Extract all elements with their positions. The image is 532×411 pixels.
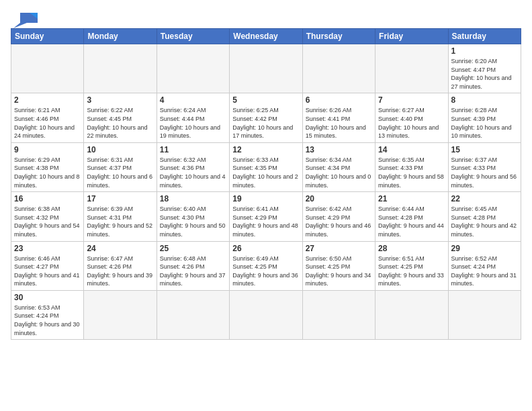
day-info: Sunrise: 6:45 AM Sunset: 4:28 PM Dayligh…: [451, 205, 518, 238]
day-info: Sunrise: 6:48 AM Sunset: 4:26 PM Dayligh…: [160, 255, 226, 288]
day-number: 1: [451, 46, 518, 56]
calendar-cell: [448, 290, 521, 339]
day-number: 9: [14, 145, 81, 154]
calendar-cell: 11Sunrise: 6:32 AM Sunset: 4:36 PM Dayli…: [157, 142, 229, 191]
calendar-cell: [11, 44, 84, 93]
calendar-header-row: SundayMondayTuesdayWednesdayThursdayFrid…: [11, 29, 521, 44]
calendar-header-saturday: Saturday: [448, 29, 521, 44]
calendar-header-monday: Monday: [84, 29, 157, 44]
day-number: 13: [306, 145, 372, 154]
day-info: Sunrise: 6:42 AM Sunset: 4:29 PM Dayligh…: [306, 205, 372, 238]
day-info: Sunrise: 6:52 AM Sunset: 4:24 PM Dayligh…: [451, 255, 518, 288]
calendar-cell: 18Sunrise: 6:40 AM Sunset: 4:30 PM Dayli…: [157, 192, 229, 241]
day-number: 15: [451, 145, 518, 154]
calendar-cell: [230, 44, 302, 93]
day-info: Sunrise: 6:27 AM Sunset: 4:40 PM Dayligh…: [378, 106, 445, 140]
calendar-cell: 21Sunrise: 6:44 AM Sunset: 4:28 PM Dayli…: [375, 192, 448, 241]
calendar-cell: [302, 290, 375, 339]
calendar-cell: 17Sunrise: 6:39 AM Sunset: 4:31 PM Dayli…: [84, 192, 157, 241]
logo: [11, 9, 38, 24]
calendar-cell: [230, 290, 302, 339]
day-info: Sunrise: 6:37 AM Sunset: 4:33 PM Dayligh…: [451, 156, 518, 189]
day-number: 24: [87, 244, 153, 253]
day-info: Sunrise: 6:31 AM Sunset: 4:37 PM Dayligh…: [87, 156, 153, 189]
calendar-cell: [157, 44, 229, 93]
day-number: 20: [306, 194, 372, 203]
calendar-cell: 13Sunrise: 6:34 AM Sunset: 4:34 PM Dayli…: [302, 142, 375, 191]
day-info: Sunrise: 6:22 AM Sunset: 4:45 PM Dayligh…: [87, 106, 153, 140]
calendar-header-friday: Friday: [375, 29, 448, 44]
calendar-cell: 6Sunrise: 6:26 AM Sunset: 4:41 PM Daylig…: [302, 93, 375, 142]
calendar-cell: [157, 290, 229, 339]
day-info: Sunrise: 6:38 AM Sunset: 4:32 PM Dayligh…: [14, 205, 81, 238]
calendar-cell: 19Sunrise: 6:41 AM Sunset: 4:29 PM Dayli…: [230, 192, 302, 241]
calendar-cell: 15Sunrise: 6:37 AM Sunset: 4:33 PM Dayli…: [448, 142, 521, 191]
calendar-cell: 25Sunrise: 6:48 AM Sunset: 4:26 PM Dayli…: [157, 241, 229, 290]
day-info: Sunrise: 6:26 AM Sunset: 4:41 PM Dayligh…: [306, 106, 372, 140]
day-info: Sunrise: 6:46 AM Sunset: 4:27 PM Dayligh…: [14, 255, 81, 288]
day-number: 19: [232, 194, 299, 203]
day-number: 22: [451, 194, 518, 203]
calendar-cell: [84, 290, 157, 339]
calendar-cell: 7Sunrise: 6:27 AM Sunset: 4:40 PM Daylig…: [375, 93, 448, 142]
calendar: SundayMondayTuesdayWednesdayThursdayFrid…: [11, 28, 521, 340]
calendar-week-4: 23Sunrise: 6:46 AM Sunset: 4:27 PM Dayli…: [11, 241, 521, 290]
day-info: Sunrise: 6:25 AM Sunset: 4:42 PM Dayligh…: [232, 106, 299, 140]
day-number: 5: [232, 95, 299, 105]
day-number: 28: [378, 244, 445, 253]
calendar-cell: 27Sunrise: 6:50 AM Sunset: 4:25 PM Dayli…: [302, 241, 375, 290]
calendar-cell: 30Sunrise: 6:53 AM Sunset: 4:24 PM Dayli…: [11, 290, 84, 339]
day-info: Sunrise: 6:24 AM Sunset: 4:44 PM Dayligh…: [160, 106, 226, 140]
calendar-cell: 1Sunrise: 6:20 AM Sunset: 4:47 PM Daylig…: [448, 44, 521, 93]
day-info: Sunrise: 6:34 AM Sunset: 4:34 PM Dayligh…: [306, 156, 372, 189]
day-number: 11: [160, 145, 226, 154]
calendar-cell: 10Sunrise: 6:31 AM Sunset: 4:37 PM Dayli…: [84, 142, 157, 191]
calendar-cell: 26Sunrise: 6:49 AM Sunset: 4:25 PM Dayli…: [230, 241, 302, 290]
calendar-week-1: 2Sunrise: 6:21 AM Sunset: 4:46 PM Daylig…: [11, 93, 521, 142]
day-number: 26: [232, 244, 299, 253]
day-number: 14: [378, 145, 445, 154]
calendar-cell: 23Sunrise: 6:46 AM Sunset: 4:27 PM Dayli…: [11, 241, 84, 290]
calendar-cell: 5Sunrise: 6:25 AM Sunset: 4:42 PM Daylig…: [230, 93, 302, 142]
calendar-cell: 22Sunrise: 6:45 AM Sunset: 4:28 PM Dayli…: [448, 192, 521, 241]
calendar-cell: 16Sunrise: 6:38 AM Sunset: 4:32 PM Dayli…: [11, 192, 84, 241]
day-info: Sunrise: 6:44 AM Sunset: 4:28 PM Dayligh…: [378, 205, 445, 238]
day-info: Sunrise: 6:20 AM Sunset: 4:47 PM Dayligh…: [451, 57, 518, 91]
calendar-cell: 4Sunrise: 6:24 AM Sunset: 4:44 PM Daylig…: [157, 93, 229, 142]
day-info: Sunrise: 6:21 AM Sunset: 4:46 PM Dayligh…: [14, 106, 81, 140]
day-info: Sunrise: 6:28 AM Sunset: 4:39 PM Dayligh…: [451, 106, 518, 140]
day-info: Sunrise: 6:47 AM Sunset: 4:26 PM Dayligh…: [87, 255, 153, 288]
day-info: Sunrise: 6:35 AM Sunset: 4:33 PM Dayligh…: [378, 156, 445, 189]
day-number: 8: [451, 95, 518, 105]
calendar-header-sunday: Sunday: [11, 29, 84, 44]
calendar-cell: [375, 290, 448, 339]
calendar-cell: 14Sunrise: 6:35 AM Sunset: 4:33 PM Dayli…: [375, 142, 448, 191]
calendar-cell: 28Sunrise: 6:51 AM Sunset: 4:25 PM Dayli…: [375, 241, 448, 290]
day-info: Sunrise: 6:40 AM Sunset: 4:30 PM Dayligh…: [160, 205, 226, 238]
calendar-cell: [302, 44, 375, 93]
calendar-header-wednesday: Wednesday: [230, 29, 302, 44]
day-number: 16: [14, 194, 81, 203]
calendar-header-tuesday: Tuesday: [157, 29, 229, 44]
calendar-cell: 8Sunrise: 6:28 AM Sunset: 4:39 PM Daylig…: [448, 93, 521, 142]
day-number: 18: [160, 194, 226, 203]
day-number: 17: [87, 194, 153, 203]
day-number: 2: [14, 95, 81, 105]
logo-icon: [13, 9, 38, 30]
calendar-cell: [375, 44, 448, 93]
day-number: 6: [306, 95, 372, 105]
calendar-header-thursday: Thursday: [302, 29, 375, 44]
calendar-cell: 9Sunrise: 6:29 AM Sunset: 4:38 PM Daylig…: [11, 142, 84, 191]
day-info: Sunrise: 6:29 AM Sunset: 4:38 PM Dayligh…: [14, 156, 81, 189]
day-info: Sunrise: 6:39 AM Sunset: 4:31 PM Dayligh…: [87, 205, 153, 238]
day-number: 29: [451, 244, 518, 253]
day-number: 4: [160, 95, 226, 105]
day-number: 25: [160, 244, 226, 253]
day-number: 3: [87, 95, 153, 105]
calendar-week-2: 9Sunrise: 6:29 AM Sunset: 4:38 PM Daylig…: [11, 142, 521, 191]
day-number: 12: [232, 145, 299, 154]
day-info: Sunrise: 6:50 AM Sunset: 4:25 PM Dayligh…: [306, 255, 372, 288]
day-number: 10: [87, 145, 153, 154]
day-info: Sunrise: 6:32 AM Sunset: 4:36 PM Dayligh…: [160, 156, 226, 189]
day-info: Sunrise: 6:41 AM Sunset: 4:29 PM Dayligh…: [232, 205, 299, 238]
